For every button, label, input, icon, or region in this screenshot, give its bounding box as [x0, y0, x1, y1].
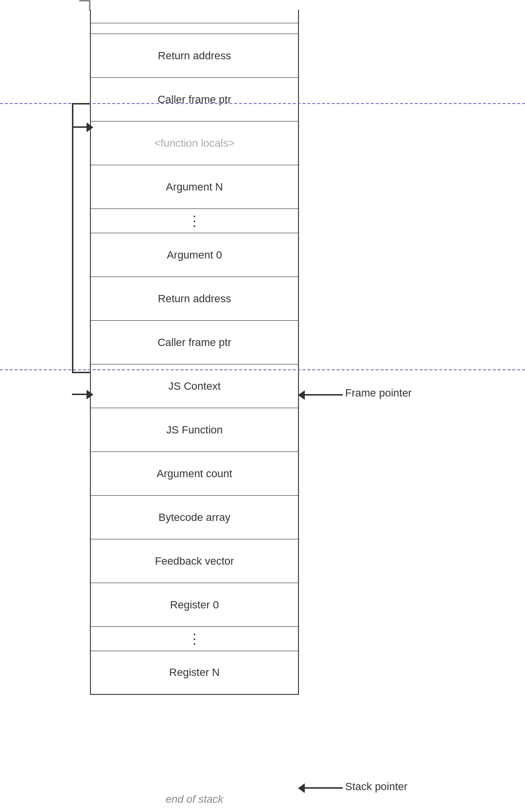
- top-frame-bracket-top-h: [72, 103, 90, 104]
- cell-bytecode-array: Bytecode array: [91, 496, 298, 539]
- stack-pointer-arrow-shaft: [299, 787, 343, 789]
- top-frame-bracket-vertical: [72, 103, 73, 373]
- frame-pointer-arrow-shaft: [299, 394, 343, 396]
- cell-return-address: Return address: [91, 277, 298, 321]
- cell-register-n: Register N: [91, 651, 298, 695]
- diagram-container: Return address Caller frame ptr <functio…: [0, 0, 525, 812]
- cell-argument-n: Argument N: [91, 165, 298, 209]
- cell-spacer-1: [91, 10, 298, 23]
- cell-spacer-2: [91, 23, 298, 34]
- cell-js-function: JS Function: [91, 408, 298, 452]
- frame-pointer-arrowhead: [298, 390, 305, 400]
- cell-dots-top: ⋮: [91, 209, 298, 233]
- cell-return-address-top: Return address: [91, 34, 298, 78]
- top-frame-bracket-bottom-h: [72, 372, 90, 373]
- dashed-line-bottom: [0, 369, 525, 370]
- cell-caller-frame-ptr: Caller frame ptr: [91, 321, 298, 364]
- end-of-stack-label: end of stack: [90, 793, 299, 806]
- cell-argument-0: Argument 0: [91, 233, 298, 277]
- cell-feedback-vector: Feedback vector: [91, 539, 298, 583]
- stack-box: Return address Caller frame ptr <functio…: [90, 10, 299, 695]
- cell-argument-count: Argument count: [91, 452, 298, 496]
- cell-dots-bottom: ⋮: [91, 627, 298, 651]
- cell-function-locals: <function locals>: [91, 121, 298, 165]
- bottom-frame-arrowhead: [87, 390, 93, 399]
- cell-register-0: Register 0: [91, 583, 298, 627]
- cell-caller-frame-ptr-top: Caller frame ptr: [91, 78, 298, 121]
- stack-pointer-arrowhead: [298, 783, 305, 793]
- stack-pointer-label: Stack pointer: [345, 780, 407, 793]
- frame-pointer-label: Frame pointer: [345, 387, 412, 399]
- top-frame-arrowhead: [87, 122, 93, 132]
- top-bracket-line: [89, 0, 90, 11]
- top-tick: [79, 0, 90, 1]
- cell-js-context: JS Context: [91, 364, 298, 408]
